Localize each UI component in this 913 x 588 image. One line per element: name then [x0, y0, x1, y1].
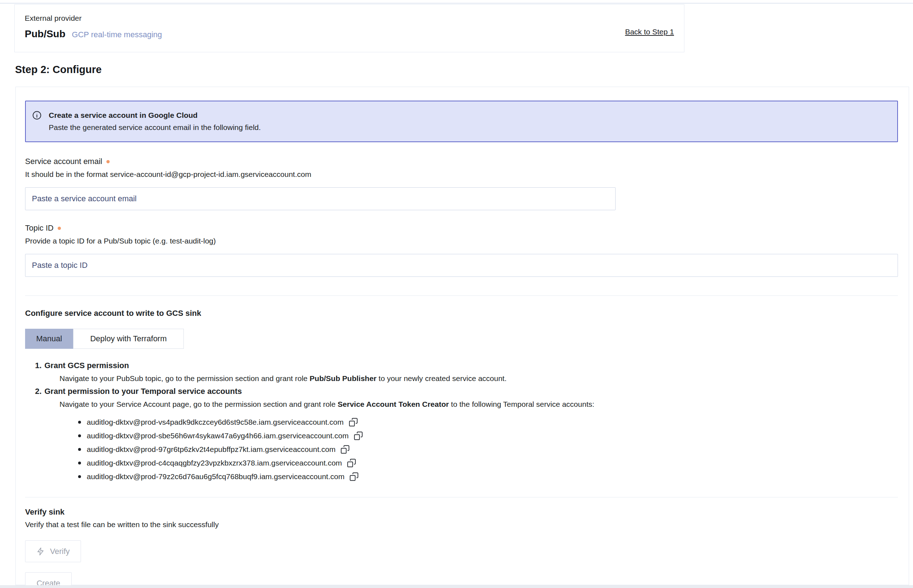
bullet [78, 475, 81, 478]
service-account-email: auditlog-dktxv@prod-79z2c6d76au6g5fcq768… [87, 472, 344, 481]
step-1-body-prefix: Navigate to your PubSub topic, go to the… [60, 374, 309, 383]
service-account-email-label-text: Service account email [25, 157, 102, 166]
step-2-title: Grant permission to your Temporal servic… [44, 387, 242, 396]
list-item: auditlog-dktxv@prod-sbe56h6wr4sykaw47a6y… [78, 429, 898, 443]
copy-icon[interactable] [349, 471, 359, 482]
step-2-body-prefix: Navigate to your Service Account page, g… [60, 400, 338, 408]
topic-id-label: Topic ID [25, 223, 898, 233]
alert-body: Paste the generated service account emai… [49, 122, 261, 133]
top-divider [0, 3, 913, 3]
service-account-email: auditlog-dktxv@prod-c4cqaqgbfzy23vpzkbxz… [87, 459, 342, 467]
step-1-body: Navigate to your PubSub topic, go to the… [60, 373, 898, 384]
copy-icon[interactable] [353, 430, 364, 441]
list-item: auditlog-dktxv@prod-c4cqaqgbfzy23vpzkbxz… [78, 456, 898, 470]
verify-sink-title: Verify sink [25, 507, 898, 517]
service-account-list: auditlog-dktxv@prod-vs4padk9dkczcey6d6st… [25, 415, 898, 483]
service-account-email: auditlog-dktxv@prod-97gr6tp6zkv2t4epubff… [87, 445, 335, 454]
copy-icon[interactable] [340, 444, 350, 455]
step-1-body-role: Pub/Sub Publisher [309, 374, 377, 383]
step-number: 2. [33, 387, 44, 396]
required-indicator [58, 227, 61, 230]
list-item: auditlog-dktxv@prod-79z2c6d76au6g5fcq768… [78, 470, 898, 483]
provider-card: External provider Pub/Sub GCP real-time … [15, 4, 685, 52]
provider-name: Pub/Sub [25, 28, 66, 40]
service-account-email: auditlog-dktxv@prod-vs4padk9dkczcey6d6st… [87, 418, 344, 426]
topic-id-helper: Provide a topic ID for a Pub/Sub topic (… [25, 236, 898, 246]
zap-icon [36, 547, 45, 556]
bullet [78, 421, 81, 424]
configure-section-title: Configure service account to write to GC… [25, 309, 898, 318]
bullet [78, 462, 81, 464]
step-number: 1. [33, 361, 44, 370]
list-item: auditlog-dktxv@prod-97gr6tp6zkv2t4epubff… [78, 443, 898, 456]
service-account-email: auditlog-dktxv@prod-sbe56h6wr4sykaw47a6y… [87, 431, 349, 440]
page-bottom-edge [0, 585, 913, 588]
verify-button[interactable]: Verify [25, 540, 81, 562]
page-title: Step 2: Configure [15, 64, 102, 76]
bullet [78, 448, 81, 451]
topic-id-input[interactable] [25, 254, 898, 277]
section-divider [25, 497, 898, 498]
provider-tagline: GCP real-time messaging [72, 30, 162, 39]
tab-manual[interactable]: Manual [25, 329, 73, 349]
verify-button-label: Verify [50, 547, 70, 556]
section-divider [25, 296, 898, 296]
copy-icon[interactable] [348, 417, 359, 428]
bullet [78, 435, 81, 437]
configure-panel: Create a service account in Google Cloud… [15, 87, 909, 585]
instruction-steps: 1. Grant GCS permission Navigate to your… [25, 361, 898, 483]
alert-title: Create a service account in Google Cloud [49, 110, 261, 121]
tab-deploy-with-terraform[interactable]: Deploy with Terraform [73, 329, 184, 349]
info-alert: Create a service account in Google Cloud… [25, 101, 898, 142]
provider-eyebrow: External provider [25, 14, 674, 23]
copy-icon[interactable] [346, 458, 357, 468]
topic-id-label-text: Topic ID [25, 223, 53, 233]
list-item: auditlog-dktxv@prod-vs4padk9dkczcey6d6st… [78, 415, 898, 429]
info-icon [32, 111, 42, 133]
required-indicator [107, 160, 110, 163]
service-account-email-input[interactable] [25, 187, 615, 210]
step-2-body-suffix: to the following Temporal service accoun… [449, 400, 594, 408]
service-account-email-label: Service account email [25, 157, 898, 166]
config-tabs: Manual Deploy with Terraform [25, 329, 898, 349]
service-account-email-helper: It should be in the format service-accou… [25, 170, 898, 179]
back-to-step-1-link[interactable]: Back to Step 1 [625, 27, 674, 36]
step-1-body-suffix: to your newly created service account. [377, 374, 507, 383]
step-1-title: Grant GCS permission [44, 361, 129, 370]
verify-sink-description: Verify that a test file can be written t… [25, 520, 898, 529]
step-2-body: Navigate to your Service Account page, g… [60, 399, 898, 410]
page: External provider Pub/Sub GCP real-time … [0, 0, 913, 588]
step-2-body-role: Service Account Token Creator [338, 400, 448, 408]
